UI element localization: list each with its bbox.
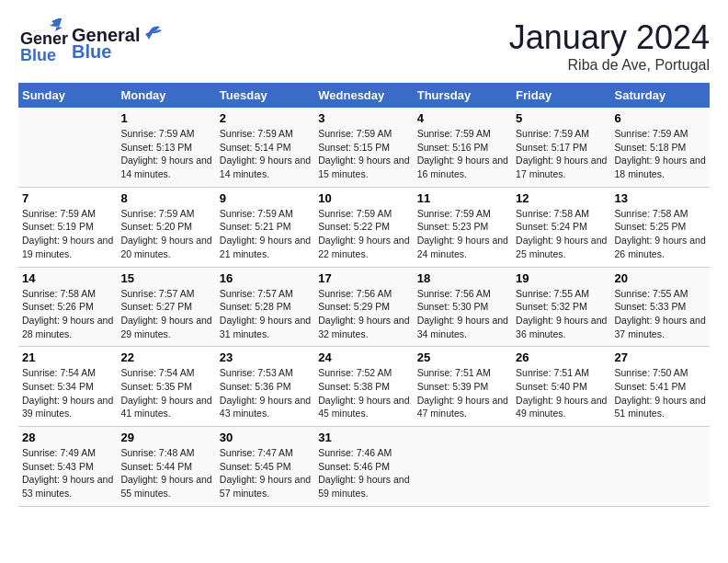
day-info: Sunrise: 7:58 AMSunset: 5:25 PMDaylight:… — [615, 207, 706, 261]
day-info: Sunrise: 7:59 AMSunset: 5:13 PMDaylight:… — [120, 127, 211, 181]
day-info: Sunrise: 7:59 AMSunset: 5:22 PMDaylight:… — [318, 207, 409, 261]
day-number: 12 — [516, 191, 607, 205]
calendar-title: January 2024 — [509, 18, 710, 57]
day-info: Sunrise: 7:49 AMSunset: 5:43 PMDaylight:… — [22, 446, 113, 500]
day-number: 25 — [417, 350, 508, 364]
day-info: Sunrise: 7:56 AMSunset: 5:29 PMDaylight:… — [318, 287, 409, 341]
calendar-cell: 7Sunrise: 7:59 AMSunset: 5:19 PMDaylight… — [18, 187, 117, 267]
day-info: Sunrise: 7:59 AMSunset: 5:23 PMDaylight:… — [417, 207, 508, 261]
day-number: 31 — [318, 431, 409, 444]
day-number: 18 — [417, 271, 508, 285]
calendar-week-row: 14Sunrise: 7:58 AMSunset: 5:26 PMDayligh… — [18, 267, 710, 347]
day-info: Sunrise: 7:46 AMSunset: 5:46 PMDaylight:… — [318, 446, 409, 500]
logo: General Blue General Blue — [18, 18, 162, 68]
day-number: 20 — [615, 271, 706, 285]
calendar-cell: 23Sunrise: 7:53 AMSunset: 5:36 PMDayligh… — [216, 347, 314, 427]
calendar-table: SundayMondayTuesdayWednesdayThursdayFrid… — [18, 83, 710, 507]
calendar-cell — [414, 427, 512, 507]
calendar-cell: 17Sunrise: 7:56 AMSunset: 5:29 PMDayligh… — [314, 267, 413, 347]
weekday-header-monday: Monday — [117, 83, 215, 108]
calendar-cell: 1Sunrise: 7:59 AMSunset: 5:13 PMDaylight… — [117, 108, 215, 187]
calendar-cell — [611, 427, 710, 507]
weekday-header-row: SundayMondayTuesdayWednesdayThursdayFrid… — [18, 83, 710, 108]
day-number: 30 — [220, 431, 311, 444]
calendar-cell: 27Sunrise: 7:50 AMSunset: 5:41 PMDayligh… — [611, 347, 710, 427]
day-number: 16 — [220, 271, 311, 285]
bird-icon — [142, 23, 162, 43]
day-number: 7 — [22, 191, 113, 205]
day-info: Sunrise: 7:59 AMSunset: 5:15 PMDaylight:… — [318, 127, 409, 181]
calendar-cell: 19Sunrise: 7:55 AMSunset: 5:32 PMDayligh… — [512, 267, 610, 347]
day-info: Sunrise: 7:55 AMSunset: 5:33 PMDaylight:… — [615, 287, 706, 341]
day-info: Sunrise: 7:58 AMSunset: 5:24 PMDaylight:… — [516, 207, 607, 261]
weekday-header-thursday: Thursday — [414, 83, 512, 108]
day-info: Sunrise: 7:51 AMSunset: 5:39 PMDaylight:… — [417, 366, 508, 420]
calendar-cell: 28Sunrise: 7:49 AMSunset: 5:43 PMDayligh… — [18, 427, 117, 507]
day-number: 26 — [516, 350, 607, 364]
day-number: 24 — [318, 350, 409, 364]
logo-icon: General Blue — [18, 18, 68, 68]
logo-part2: Blue — [72, 41, 162, 62]
calendar-week-row: 1Sunrise: 7:59 AMSunset: 5:13 PMDaylight… — [18, 108, 710, 187]
calendar-cell: 13Sunrise: 7:58 AMSunset: 5:25 PMDayligh… — [611, 187, 710, 267]
day-info: Sunrise: 7:50 AMSunset: 5:41 PMDaylight:… — [615, 366, 706, 420]
day-number: 10 — [318, 191, 409, 205]
calendar-week-row: 21Sunrise: 7:54 AMSunset: 5:34 PMDayligh… — [18, 347, 710, 427]
calendar-cell: 24Sunrise: 7:52 AMSunset: 5:38 PMDayligh… — [314, 347, 413, 427]
calendar-cell: 18Sunrise: 7:56 AMSunset: 5:30 PMDayligh… — [414, 267, 512, 347]
day-number: 23 — [220, 350, 311, 364]
calendar-cell: 26Sunrise: 7:51 AMSunset: 5:40 PMDayligh… — [512, 347, 610, 427]
day-number: 8 — [120, 191, 211, 205]
day-number: 17 — [318, 271, 409, 285]
calendar-cell — [18, 108, 117, 187]
day-info: Sunrise: 7:56 AMSunset: 5:30 PMDaylight:… — [417, 287, 508, 341]
calendar-subtitle: Riba de Ave, Portugal — [509, 57, 710, 74]
day-number: 27 — [615, 350, 706, 364]
calendar-cell: 5Sunrise: 7:59 AMSunset: 5:17 PMDaylight… — [512, 108, 610, 187]
day-info: Sunrise: 7:51 AMSunset: 5:40 PMDaylight:… — [516, 366, 607, 420]
calendar-cell: 29Sunrise: 7:48 AMSunset: 5:44 PMDayligh… — [117, 427, 215, 507]
page-header: General Blue General Blue January 2024 R… — [18, 18, 710, 74]
calendar-cell: 15Sunrise: 7:57 AMSunset: 5:27 PMDayligh… — [117, 267, 215, 347]
calendar-cell: 10Sunrise: 7:59 AMSunset: 5:22 PMDayligh… — [314, 187, 413, 267]
calendar-week-row: 7Sunrise: 7:59 AMSunset: 5:19 PMDaylight… — [18, 187, 710, 267]
day-number: 11 — [417, 191, 508, 205]
day-number: 4 — [417, 111, 508, 125]
day-info: Sunrise: 7:48 AMSunset: 5:44 PMDaylight:… — [120, 446, 211, 500]
weekday-header-wednesday: Wednesday — [314, 83, 413, 108]
day-number: 21 — [22, 350, 113, 364]
day-info: Sunrise: 7:54 AMSunset: 5:35 PMDaylight:… — [120, 366, 211, 420]
day-number: 1 — [120, 111, 211, 125]
day-info: Sunrise: 7:59 AMSunset: 5:17 PMDaylight:… — [516, 127, 607, 181]
day-info: Sunrise: 7:47 AMSunset: 5:45 PMDaylight:… — [220, 446, 311, 500]
calendar-cell: 9Sunrise: 7:59 AMSunset: 5:21 PMDaylight… — [216, 187, 314, 267]
title-section: January 2024 Riba de Ave, Portugal — [509, 18, 710, 74]
calendar-cell: 16Sunrise: 7:57 AMSunset: 5:28 PMDayligh… — [216, 267, 314, 347]
calendar-week-row: 28Sunrise: 7:49 AMSunset: 5:43 PMDayligh… — [18, 427, 710, 507]
day-number: 19 — [516, 271, 607, 285]
calendar-cell: 14Sunrise: 7:58 AMSunset: 5:26 PMDayligh… — [18, 267, 117, 347]
calendar-cell: 30Sunrise: 7:47 AMSunset: 5:45 PMDayligh… — [216, 427, 314, 507]
day-number: 15 — [120, 271, 211, 285]
day-number: 28 — [22, 431, 113, 444]
day-info: Sunrise: 7:59 AMSunset: 5:14 PMDaylight:… — [220, 127, 311, 181]
day-info: Sunrise: 7:59 AMSunset: 5:18 PMDaylight:… — [615, 127, 706, 181]
day-info: Sunrise: 7:53 AMSunset: 5:36 PMDaylight:… — [220, 366, 311, 420]
weekday-header-friday: Friday — [512, 83, 610, 108]
day-number: 6 — [615, 111, 706, 125]
calendar-cell: 31Sunrise: 7:46 AMSunset: 5:46 PMDayligh… — [314, 427, 413, 507]
day-info: Sunrise: 7:57 AMSunset: 5:28 PMDaylight:… — [220, 287, 311, 341]
calendar-cell: 8Sunrise: 7:59 AMSunset: 5:20 PMDaylight… — [117, 187, 215, 267]
day-number: 5 — [516, 111, 607, 125]
day-info: Sunrise: 7:58 AMSunset: 5:26 PMDaylight:… — [22, 287, 113, 341]
svg-text:General: General — [20, 29, 68, 48]
day-info: Sunrise: 7:59 AMSunset: 5:16 PMDaylight:… — [417, 127, 508, 181]
calendar-cell: 2Sunrise: 7:59 AMSunset: 5:14 PMDaylight… — [216, 108, 314, 187]
day-number: 29 — [120, 431, 211, 444]
calendar-cell — [512, 427, 610, 507]
svg-text:Blue: Blue — [20, 46, 56, 64]
calendar-cell: 20Sunrise: 7:55 AMSunset: 5:33 PMDayligh… — [611, 267, 710, 347]
day-info: Sunrise: 7:59 AMSunset: 5:21 PMDaylight:… — [220, 207, 311, 261]
day-number: 22 — [120, 350, 211, 364]
day-info: Sunrise: 7:59 AMSunset: 5:20 PMDaylight:… — [120, 207, 211, 261]
